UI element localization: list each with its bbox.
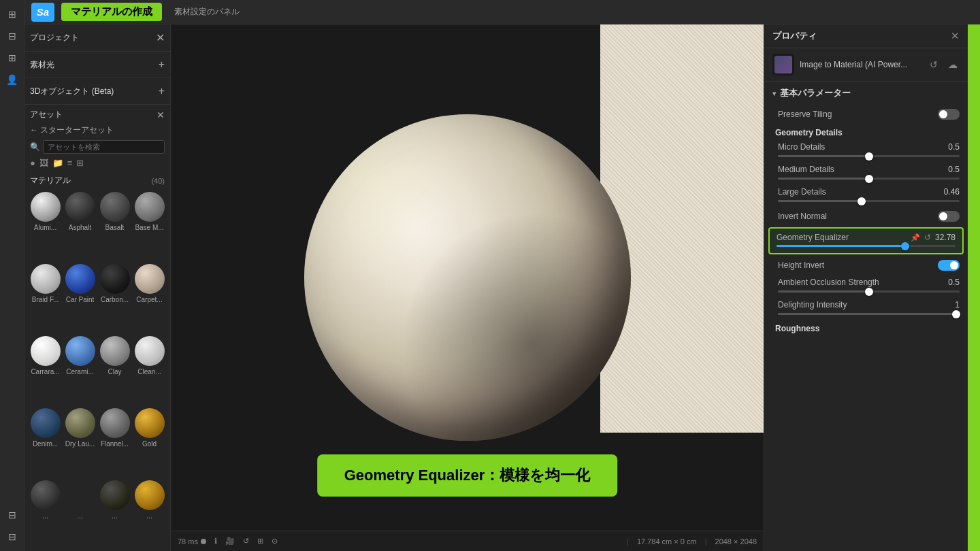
large-details-label: Large Details [778, 187, 826, 197]
height-invert-row: Height Invert [764, 256, 968, 275]
material-item[interactable]: Denim... [30, 408, 61, 476]
micro-details-thumb[interactable] [865, 152, 873, 161]
project-section: プロジェクト ✕ [24, 24, 170, 52]
preserve-tiling-toggle[interactable] [938, 109, 960, 120]
material-item[interactable]: Clean... [134, 336, 165, 404]
toolbar-bottom-icon2[interactable]: ⊟ [3, 528, 21, 546]
material-item[interactable]: ... [30, 480, 61, 548]
material-item[interactable]: Base M... [134, 192, 165, 260]
breadcrumb-text: ← スターターアセット [30, 124, 114, 136]
material-sphere [135, 192, 165, 222]
basic-params-section[interactable]: ▾ 基本パラメーター [764, 82, 968, 105]
info-icon[interactable]: ℹ [214, 537, 217, 546]
right-panel-close-btn[interactable]: ✕ [951, 30, 960, 42]
section-light-header: 素材光 + [30, 56, 165, 73]
view-list-btn[interactable]: ≡ [67, 158, 73, 168]
material-item[interactable]: Car Paint [65, 264, 95, 332]
camera-icon[interactable]: 🎥 [225, 537, 235, 546]
material-item[interactable]: Carbon... [99, 264, 130, 332]
search-input[interactable] [43, 140, 165, 154]
viewport-area: Geometry Equalizer：模様を均一化 78 ms ℹ 🎥 ↺ ⊞ … [171, 24, 764, 551]
green-bar [968, 24, 980, 551]
left-toolbar: ⊞ ⊟ ⊞ 👤 ⊟ ⊟ [0, 0, 24, 551]
geometry-equalizer-label: Geometry Equalizer [777, 233, 849, 242]
material-label: ... [146, 512, 152, 520]
material-item[interactable]: Carrara... [30, 336, 61, 404]
material-item[interactable]: ... [134, 480, 165, 548]
material-label: Dry Lau... [65, 440, 95, 448]
refresh-icon[interactable]: ↺ [243, 537, 249, 546]
plugin-cloud-btn[interactable]: ☁ [946, 58, 960, 71]
toolbar-bottom-icon1[interactable]: ⊟ [3, 506, 21, 524]
ambient-occlusion-track[interactable] [778, 290, 960, 293]
delighting-intensity-track[interactable] [778, 313, 960, 315]
material-item[interactable]: Braid F... [30, 264, 61, 332]
view-folder-btn[interactable]: 📁 [52, 158, 63, 168]
medium-details-fill [778, 178, 869, 180]
geometry-eq-reset-icon[interactable]: ↺ [924, 233, 931, 242]
invert-normal-row: Invert Normal [764, 207, 968, 226]
delighting-intensity-value: 1 [955, 300, 960, 310]
settings-icon[interactable]: ⊙ [272, 537, 278, 546]
material-item[interactable]: Flannel... [99, 408, 130, 476]
tooltip-banner: Geometry Equalizer：模様を均一化 [317, 454, 618, 497]
header-tab: 素材設定のパネル [169, 5, 245, 19]
material-label: Cerami... [66, 368, 94, 375]
right-panel-header: プロパティ ✕ [764, 24, 968, 48]
material-item[interactable]: Cerami... [65, 336, 95, 404]
medium-details-label-row: Medium Details 0.5 [778, 165, 960, 174]
ambient-occlusion-thumb[interactable] [865, 288, 873, 296]
medium-details-thumb[interactable] [865, 175, 873, 183]
medium-details-track[interactable] [778, 178, 960, 180]
material-sphere [31, 264, 61, 294]
material-item[interactable]: Gold [134, 408, 165, 476]
section-3d-label: 3Dオブジェクト (Beta) [30, 86, 114, 97]
plugin-name: Image to Material (AI Power... [800, 60, 921, 69]
app-container: ⊞ ⊟ ⊞ 👤 ⊟ ⊟ Sa マテリアルの作成 素材設定のパネル プロジェクト … [0, 0, 980, 551]
large-details-thumb[interactable] [858, 197, 866, 205]
large-details-row: Large Details 0.46 [764, 184, 968, 207]
material-sphere [100, 480, 130, 510]
delighting-intensity-thumb[interactable] [952, 310, 960, 318]
material-item[interactable]: Carpet... [134, 264, 165, 332]
right-panel-title: プロパティ [772, 30, 817, 42]
invert-normal-toggle[interactable] [938, 211, 960, 222]
geometry-equalizer-track[interactable] [777, 245, 956, 247]
section-3d-add[interactable]: + [159, 85, 165, 97]
material-label: Base M... [135, 224, 163, 231]
breadcrumb[interactable]: ← スターターアセット [24, 123, 170, 139]
toolbar-grid-icon[interactable]: ⊞ [3, 49, 21, 67]
section-light-add[interactable]: + [159, 59, 165, 71]
height-invert-toggle[interactable] [938, 260, 960, 271]
asset-panel-close-btn[interactable]: ✕ [157, 110, 165, 120]
material-label: Braid F... [32, 296, 59, 303]
invert-normal-label: Invert Normal [778, 212, 827, 221]
view-image-btn[interactable]: 🖼 [39, 158, 48, 168]
project-label: プロジェクト [30, 32, 79, 44]
material-item[interactable]: Basalt [99, 192, 130, 260]
toolbar-person-icon[interactable]: 👤 [3, 71, 21, 88]
material-item[interactable]: ... [65, 480, 95, 548]
plugin-reset-btn[interactable]: ↺ [927, 58, 941, 71]
medium-details-row: Medium Details 0.5 [764, 162, 968, 184]
geometry-equalizer-thumb[interactable] [901, 242, 909, 250]
micro-details-track[interactable] [778, 155, 960, 157]
material-sphere [135, 336, 165, 366]
view-grid-btn[interactable]: ⊞ [76, 158, 84, 168]
large-details-track[interactable] [778, 200, 960, 202]
material-item[interactable]: Asphalt [65, 192, 95, 260]
fps-value: 78 ms [178, 537, 198, 546]
toolbar-home-icon[interactable]: ⊞ [3, 5, 21, 23]
material-sphere [135, 264, 165, 294]
material-item[interactable]: Alumi... [30, 192, 61, 260]
material-item[interactable]: Clay [99, 336, 130, 404]
materials-grid: Alumi...AsphaltBasaltBase M...Braid F...… [24, 189, 170, 551]
material-item[interactable]: Dry Lau... [65, 408, 95, 476]
medium-details-label: Medium Details [778, 165, 834, 174]
material-item[interactable]: ... [99, 480, 130, 548]
view-circle-btn[interactable]: ● [30, 158, 35, 168]
grid-icon[interactable]: ⊞ [257, 537, 263, 546]
project-close-btn[interactable]: ✕ [156, 31, 165, 44]
toolbar-layers-icon[interactable]: ⊟ [3, 27, 21, 45]
material-sphere [31, 192, 61, 222]
